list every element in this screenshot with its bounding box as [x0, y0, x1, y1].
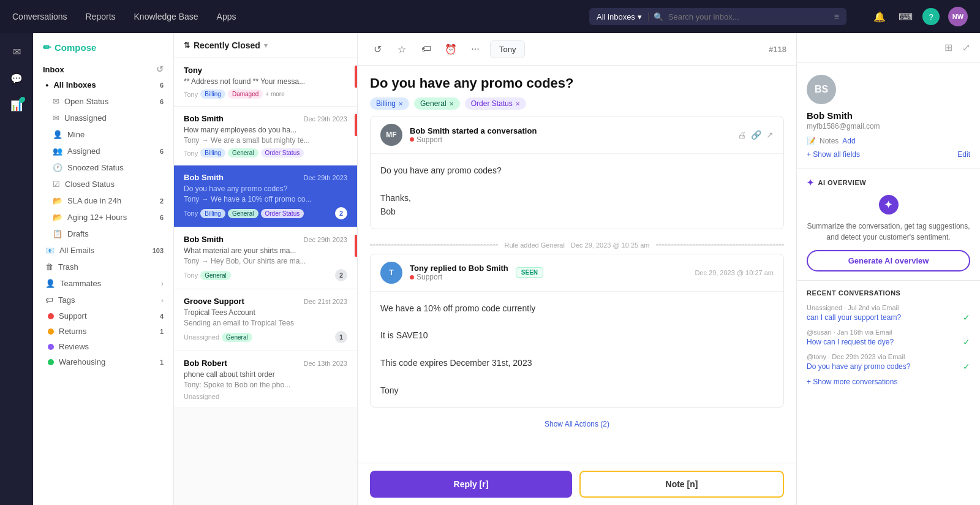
- remove-order-status-tag[interactable]: ✕: [515, 101, 520, 107]
- sidebar-item-all-inboxes[interactable]: ● All Inboxes 6: [33, 77, 173, 93]
- sidebar-label-warehousing[interactable]: Warehousing 1: [33, 354, 173, 370]
- sidebar-item-unassigned[interactable]: ✉ Unassigned: [33, 110, 173, 126]
- search-icon: 🔍: [654, 12, 663, 21]
- top-navigation: Conversations Reports Knowledge Base App…: [0, 0, 980, 33]
- help-icon[interactable]: ?: [922, 8, 940, 25]
- remove-general-tag[interactable]: ✕: [449, 101, 454, 107]
- conv-badge: 2: [335, 207, 347, 219]
- sidebar-label: Mine: [67, 130, 85, 139]
- edit-contact-button[interactable]: Edit: [957, 150, 970, 159]
- main-layout: ✉ 💬 📊 ✏ Compose Inbox ↺ ● All Inboxes 6 …: [0, 33, 980, 505]
- sidebar-icon-activity[interactable]: 📊: [6, 94, 28, 116]
- conv-item-c2[interactable]: Bob Smith Dec 29th 2023 How many employe…: [174, 107, 357, 165]
- conv-item-c1[interactable]: Tony ** Address not found ** Your messa.…: [174, 58, 357, 107]
- show-more-convs-button[interactable]: + Show more conversations: [807, 378, 970, 386]
- label-button[interactable]: 🏷: [417, 39, 436, 59]
- conv-item-wrapper: Bob Smith Dec 29th 2023 What material ar…: [174, 227, 357, 289]
- sidebar-item-all-emails[interactable]: 📧 All Emails 103: [33, 242, 173, 259]
- reply-button[interactable]: Reply [r]: [370, 471, 572, 498]
- sidebar-item-aging-12h[interactable]: 📂 Aging 12+ Hours 6: [33, 209, 173, 226]
- red-indicator: [355, 235, 357, 257]
- conv-tag: Billing: [200, 148, 225, 158]
- show-all-actions[interactable]: Show All Actions (2): [370, 415, 784, 433]
- tag-order-status[interactable]: Order Status ✕: [465, 97, 526, 110]
- note-button[interactable]: Note [n]: [579, 471, 784, 498]
- nav-reports[interactable]: Reports: [86, 9, 116, 24]
- filter-icon[interactable]: ≡: [834, 12, 839, 21]
- nav-conversations[interactable]: Conversations: [12, 9, 67, 24]
- sidebar-label: Aging 12+ Hours: [67, 213, 127, 222]
- sidebar-item-mine[interactable]: 👤 Mine: [33, 126, 173, 143]
- remove-billing-tag[interactable]: ✕: [398, 101, 403, 107]
- conv-date: Dec 29th 2023: [303, 115, 347, 123]
- recent-conv-link[interactable]: can I call your support team? ✓: [807, 313, 970, 322]
- notification-icon[interactable]: 🔔: [871, 8, 888, 25]
- show-all-fields-button[interactable]: + Show all fields: [807, 150, 860, 159]
- compose-button[interactable]: ✏ Compose: [43, 42, 164, 53]
- print-icon[interactable]: 🖨: [737, 130, 746, 140]
- status-dot-1: [410, 137, 414, 142]
- external-link-icon[interactable]: ↗: [766, 130, 774, 140]
- refresh-button[interactable]: ↺: [368, 39, 387, 59]
- sidebar-item-assigned[interactable]: 👥 Assigned 6: [33, 143, 173, 159]
- sidebar-label-returns[interactable]: Returns 1: [33, 324, 173, 339]
- sidebar-label-reviews[interactable]: Reviews: [33, 339, 173, 354]
- generate-ai-button[interactable]: Generate AI overview: [807, 250, 970, 271]
- extra-tag: + more: [265, 91, 284, 97]
- recent-conv-link[interactable]: Do you have any promo codes? ✓: [807, 362, 970, 371]
- conv-item-c4[interactable]: Bob Smith Dec 29th 2023 What material ar…: [174, 227, 357, 289]
- conv-agent: Unassigned: [184, 393, 219, 400]
- sidebar-icon: 🕐: [53, 163, 62, 172]
- conv-list-title[interactable]: ⇅ Recently Closed ▾: [184, 40, 268, 50]
- tag-general[interactable]: General ✕: [414, 97, 460, 110]
- conv-item-c3[interactable]: Bob Smith Dec 29th 2023 Do you have any …: [174, 165, 357, 227]
- user-avatar[interactable]: NW: [948, 7, 968, 26]
- label-dot: [48, 359, 54, 365]
- inbox-selector[interactable]: All inboxes ▾: [597, 12, 649, 21]
- sidebar-item-trash[interactable]: 🗑 Trash: [33, 259, 173, 275]
- conv-agent: Tony: [184, 150, 198, 157]
- search-input[interactable]: [668, 12, 829, 21]
- reply-avatar: T: [380, 262, 402, 284]
- refresh-icon[interactable]: ↺: [156, 64, 164, 74]
- keyboard-icon[interactable]: ⌨: [897, 8, 914, 25]
- sidebar-item-teammates[interactable]: 👤 Teammates ›: [33, 275, 173, 292]
- sidebar-filter-icon[interactable]: ⊞: [942, 39, 955, 56]
- recent-conv-link[interactable]: How can I request tie dye? ✓: [807, 337, 970, 347]
- conv-subject: What material are your shirts ma...: [184, 246, 347, 255]
- left-sidebar: ✏ Compose Inbox ↺ ● All Inboxes 6 ✉ Open…: [33, 33, 174, 505]
- notes-icon: 📝: [807, 137, 816, 145]
- reply-header: T Tony replied to Bob Smith Support SEEN…: [371, 254, 783, 292]
- sidebar-item-closed-status[interactable]: ☑ Closed Status: [33, 176, 173, 192]
- sidebar-icon-mail[interactable]: ✉: [6, 40, 28, 63]
- resolved-icon: ✓: [963, 337, 970, 347]
- contact-footer: + Show all fields Edit: [807, 150, 970, 159]
- sidebar-label-support[interactable]: Support 4: [33, 308, 173, 324]
- sidebar-item-snoozed-status[interactable]: 🕐 Snoozed Status: [33, 159, 173, 176]
- star-button[interactable]: ☆: [392, 39, 412, 59]
- snooze-button[interactable]: ⏰: [441, 39, 461, 59]
- sidebar-expand-icon[interactable]: ⤢: [960, 39, 973, 56]
- nav-knowledge-base[interactable]: Knowledge Base: [134, 9, 198, 24]
- all-emails-icon: 📧: [45, 246, 55, 255]
- contact-avatar: BS: [807, 75, 836, 104]
- sidebar-item-drafts[interactable]: 📋 Drafts: [33, 226, 173, 242]
- reply-body: We have a 10% off promo code currently I…: [371, 292, 783, 408]
- sidebar-item-sla-24h[interactable]: 📂 SLA due in 24h 2: [33, 192, 173, 209]
- conv-title-area: Do you have any promo codes? Billing ✕ G…: [358, 66, 796, 116]
- notes-add-button[interactable]: Add: [842, 137, 855, 145]
- sidebar-label: Closed Status: [65, 180, 115, 189]
- search-bar: All inboxes ▾ 🔍 ≡: [589, 8, 846, 25]
- conv-item-c5[interactable]: Groove Support Dec 21st 2023 Tropical Te…: [174, 289, 357, 351]
- conv-item-c6[interactable]: Bob Robert Dec 13th 2023 phone call abou…: [174, 351, 357, 408]
- nav-apps[interactable]: Apps: [217, 9, 236, 24]
- more-button[interactable]: ···: [466, 39, 485, 59]
- sidebar-item-open-status[interactable]: ✉ Open Status 6: [33, 93, 173, 110]
- sidebar-icon-chat[interactable]: 💬: [6, 67, 28, 89]
- link-icon[interactable]: 🔗: [751, 130, 761, 140]
- sidebar-icon: 📂: [53, 213, 62, 222]
- contact-card: BS Bob Smith myfb1586@gmail.com 📝 Notes …: [797, 63, 980, 169]
- tag-billing[interactable]: Billing ✕: [370, 97, 409, 110]
- assign-button[interactable]: Tony: [490, 40, 525, 58]
- sidebar-item-tags[interactable]: 🏷 Tags ›: [33, 292, 173, 308]
